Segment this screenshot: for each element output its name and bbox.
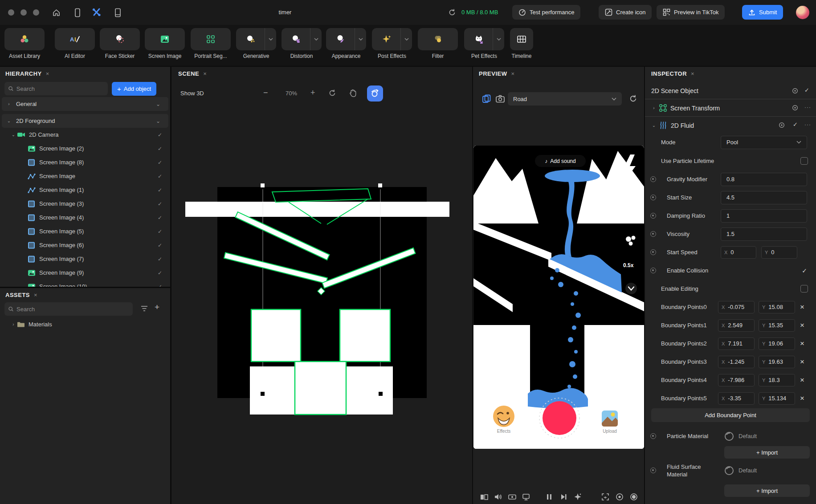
record-screen-icon[interactable] <box>616 493 624 501</box>
camera-mode-dropdown[interactable]: Road <box>508 92 622 106</box>
check-icon[interactable]: ✓ <box>793 121 798 128</box>
chevron-down-icon[interactable] <box>265 28 276 50</box>
visibility-check-icon[interactable]: ✓ <box>158 215 162 221</box>
record-full-icon[interactable] <box>630 493 638 501</box>
toolbar-item-portrait-seg[interactable]: Portrait Seg... <box>191 28 231 59</box>
fluid-component-header[interactable]: ⌄ 2D Fluid ✓ ··· <box>645 117 816 134</box>
keyframe-icon[interactable] <box>650 195 656 200</box>
visibility-check-icon[interactable]: ✓ <box>158 173 162 179</box>
traffic-light-icon[interactable] <box>20 9 27 16</box>
hierarchy-item-screen-image-7[interactable]: Screen Image (7) ✓ <box>0 252 170 266</box>
boundary-y-input[interactable]: Y19.06 <box>759 337 795 350</box>
boundary-y-input[interactable]: Y15.35 <box>759 319 795 332</box>
boundary-y-input[interactable]: Y18.3 <box>759 374 795 386</box>
toolbar-item-distortion[interactable]: Distortion <box>282 28 322 59</box>
delete-point-icon[interactable]: × <box>800 303 804 312</box>
speaker-icon[interactable] <box>494 493 502 501</box>
visibility-check-icon[interactable]: ✓ <box>158 159 162 166</box>
assets-search[interactable] <box>4 302 133 316</box>
close-icon[interactable]: × <box>34 292 37 298</box>
delete-point-icon[interactable]: × <box>800 321 804 330</box>
avatar[interactable] <box>796 6 809 19</box>
chevron-right-icon[interactable]: › <box>10 322 17 327</box>
chevron-down-icon[interactable] <box>355 28 366 50</box>
visibility-check-icon[interactable]: ✓ <box>158 187 162 193</box>
visibility-check-icon[interactable]: ✓ <box>158 284 162 287</box>
hierarchy-search-input[interactable] <box>16 85 104 92</box>
toolbar-item-ai-editor[interactable]: A I AI Editor <box>55 28 95 59</box>
viscosity-input[interactable]: 1.5 <box>721 228 807 241</box>
phone-preview[interactable]: ♪ Add sound 0.5x Effects Upload <box>473 146 644 449</box>
skip-end-icon[interactable] <box>559 493 567 501</box>
capture-frame-icon[interactable] <box>601 493 609 501</box>
chevron-down-icon[interactable] <box>493 28 504 50</box>
hierarchy-item-screen-image-1[interactable]: Screen Image (1) ✓ <box>0 183 170 197</box>
chevron-down-icon[interactable]: ⌄ <box>5 118 12 123</box>
hierarchy-item-screen-image-5[interactable]: Screen Image (5) ✓ <box>0 224 170 238</box>
use-particle-lifetime-checkbox[interactable] <box>800 157 808 165</box>
traffic-light-icon[interactable] <box>8 9 14 16</box>
submit-button[interactable]: Submit <box>742 5 783 20</box>
hierarchy-item-screen-image-8[interactable]: Screen Image (8) ✓ <box>0 155 170 169</box>
start-speed-y-input[interactable]: Y 0 <box>761 246 797 259</box>
chevron-down-icon[interactable]: ⌄ <box>10 132 17 137</box>
visibility-check-icon[interactable]: ✓ <box>158 242 162 248</box>
hierarchy-item-screen-image[interactable]: Screen Image ✓ <box>0 169 170 183</box>
boundary-y-input[interactable]: Y19.63 <box>759 356 795 368</box>
hierarchy-item-screen-image-3[interactable]: Screen Image (3) ✓ <box>0 197 170 211</box>
damping-input[interactable]: 1 <box>721 209 807 223</box>
boundary-x-input[interactable]: X-0.075 <box>718 301 755 313</box>
tablet-icon[interactable] <box>114 8 122 17</box>
keyframe-icon[interactable] <box>650 433 656 439</box>
close-icon[interactable]: × <box>46 70 49 77</box>
chevron-right-icon[interactable]: › <box>5 102 12 106</box>
hierarchy-item-2d-camera[interactable]: ⌄ 2D Camera ✓ <box>0 128 170 142</box>
scene-canvas[interactable] <box>171 67 472 504</box>
boundary-y-input[interactable]: Y15.134 <box>759 392 795 405</box>
effects-sparkle-icon[interactable] <box>574 493 582 501</box>
check-icon[interactable]: ✓ <box>804 87 809 93</box>
chevron-down-icon[interactable]: ⌄ <box>156 101 160 107</box>
keyframe-icon[interactable] <box>650 268 656 273</box>
hierarchy-item-screen-image-2[interactable]: Screen Image (2) ✓ <box>0 142 170 155</box>
create-icon-button[interactable]: Create icon <box>599 5 652 20</box>
more-icon[interactable]: ··· <box>804 104 811 110</box>
visibility-check-icon[interactable]: ✓ <box>158 201 162 207</box>
upload-button[interactable] <box>597 408 622 429</box>
chevron-down-icon[interactable] <box>310 28 322 50</box>
boundary-x-input[interactable]: X-3.35 <box>718 392 755 405</box>
chevron-down-icon[interactable] <box>400 28 412 50</box>
monitor-icon[interactable] <box>522 493 530 501</box>
boundary-x-input[interactable]: X7.191 <box>718 337 755 350</box>
hierarchy-item-screen-image-4[interactable]: Screen Image (4) ✓ <box>0 211 170 224</box>
toolbar-item-face-sticker[interactable]: Face Sticker <box>100 28 140 59</box>
more-icon[interactable]: ··· <box>804 122 811 128</box>
split-view-icon[interactable] <box>480 493 488 501</box>
memory-refresh-icon[interactable] <box>448 8 456 16</box>
visibility-check-icon[interactable]: ✓ <box>158 228 162 235</box>
screen-transform-component[interactable]: › Screen Transform ··· <box>645 100 816 116</box>
hierarchy-item-screen-image-10[interactable]: Screen Image (10) ✓ <box>0 280 170 287</box>
delete-point-icon[interactable]: × <box>800 376 804 385</box>
chevron-down-icon[interactable]: ⌄ <box>156 118 160 124</box>
add-asset-icon[interactable]: + <box>155 302 159 312</box>
particle-material-import-button[interactable]: + Import <box>724 446 810 459</box>
gravity-input[interactable]: 0.8 <box>721 173 807 186</box>
toolbar-item-timeline[interactable]: Timeline <box>510 28 533 59</box>
scene-object-row[interactable]: 2D Scene Object ✓ <box>645 84 816 98</box>
boundary-x-input[interactable]: X-1.245 <box>718 356 755 368</box>
toolbar-item-filter[interactable]: Filter <box>418 28 458 59</box>
hierarchy-item-screen-image-6[interactable]: Screen Image (6) ✓ <box>0 238 170 252</box>
camera-capture-icon[interactable] <box>496 95 505 103</box>
toolbar-item-pet-effects[interactable]: Pet Effects <box>464 28 504 59</box>
effect-tools-icon[interactable] <box>92 8 102 17</box>
chevron-down-icon[interactable]: ⌄ <box>650 123 657 128</box>
preview-in-tiktok-button[interactable]: Preview in TikTok <box>657 5 725 20</box>
test-performance-button[interactable]: Test performance <box>512 5 580 20</box>
record-button[interactable] <box>543 401 576 435</box>
keyframe-icon[interactable] <box>650 231 656 237</box>
boundary-x-input[interactable]: X-7.986 <box>718 374 755 386</box>
boundary-y-input[interactable]: Y15.08 <box>759 301 795 313</box>
toolbar-item-appearance[interactable]: Appearance <box>326 28 366 59</box>
boundary-x-input[interactable]: X2.549 <box>718 319 755 332</box>
